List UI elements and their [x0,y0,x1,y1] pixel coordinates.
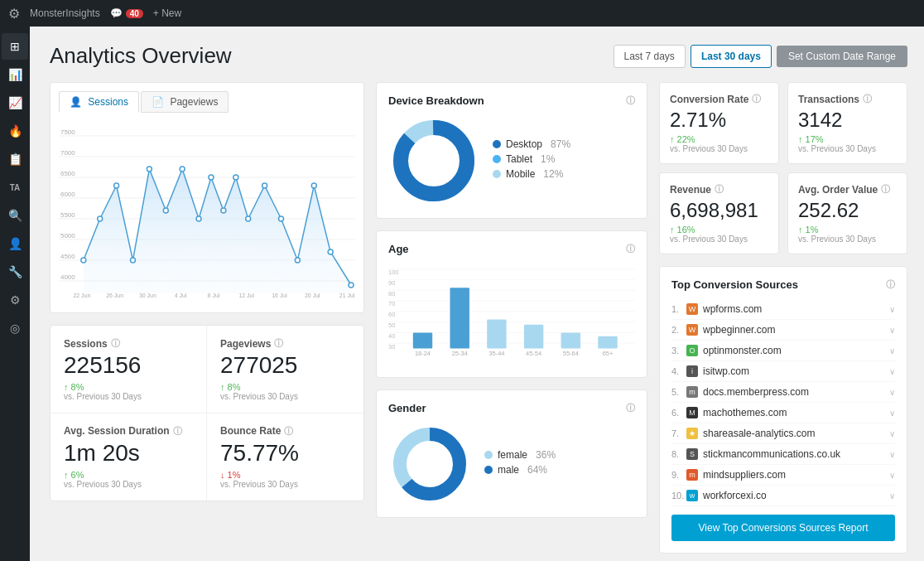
sidebar-icon-wrench[interactable]: 🔧 [2,259,28,285]
revenue-info-icon[interactable]: ⓘ [715,183,724,196]
sidebar-icon-circle[interactable]: ◎ [2,315,28,341]
site-name[interactable]: MonsterInsights [30,7,100,19]
sidebar-icon-search[interactable]: 🔍 [2,202,28,229]
svg-text:7500: 7500 [60,128,75,136]
source-item[interactable]: 2. W wpbeginner.com ∨ [671,320,895,341]
svg-rect-68 [598,336,617,349]
source-item[interactable]: 5. m docs.memberpress.com ∨ [671,382,895,403]
source-name: wpbeginner.com [703,324,889,336]
svg-text:16 Jul: 16 Jul [272,293,287,298]
source-item[interactable]: 7. ★ shareasale-analytics.com ∨ [671,423,895,444]
sidebar: ⊞ 📊 📈 🔥 📋 TA 🔍 👤 🔧 ⚙ ◎ [0,27,30,561]
svg-point-22 [180,167,185,172]
avg-order-value-value: 252.62 [798,199,897,222]
source-name: optinmonster.com [703,345,889,356]
tablet-legend-item: Tablet 1% [493,153,570,165]
svg-text:26 Jun: 26 Jun [106,293,123,298]
transactions-info-icon[interactable]: ⓘ [863,93,872,105]
revenue-card: Revenue ⓘ 6,698,981 ↑ 16% vs. Previous 3… [659,172,779,254]
svg-point-29 [279,216,284,221]
middle-column: Device Breakdown ⓘ [376,82,647,554]
sidebar-icon-user[interactable]: 👤 [2,230,28,257]
source-item[interactable]: 3. O optinmonster.com ∨ [671,341,895,361]
device-info-icon[interactable]: ⓘ [626,94,635,107]
sidebar-icon-insights[interactable]: 📊 [2,61,28,88]
source-name: docs.memberpress.com [703,386,889,398]
source-favicon: W [686,303,698,315]
svg-text:20 Jul: 20 Jul [305,293,320,298]
age-card: Age ⓘ 100 90 [376,230,647,378]
avg-session-info-icon[interactable]: ⓘ [173,425,182,438]
svg-text:18-24: 18-24 [415,350,431,357]
device-title: Device Breakdown [388,94,484,107]
sidebar-icon-popular[interactable]: 🔥 [2,118,28,144]
source-item[interactable]: 6. M machothemes.com ∨ [671,403,895,423]
avg-session-prev: vs. Previous 30 Days [64,480,193,489]
source-item[interactable]: 10. w workforcexi.co ∨ [671,486,895,506]
source-item[interactable]: 4. i isitwp.com ∨ [671,361,895,382]
pageviews-info-icon[interactable]: ⓘ [274,337,283,350]
source-chevron-icon: ∨ [889,326,895,335]
source-num: 8. [671,449,686,459]
custom-date-btn[interactable]: Set Custom Date Range [777,46,907,67]
sidebar-icon-dashboard[interactable]: ⊞ [2,33,28,60]
source-name: workforcexi.co [703,490,889,501]
svg-text:35-44: 35-44 [488,350,504,357]
source-favicon: O [686,345,698,356]
source-num: 4. [671,366,686,376]
desktop-legend-item: Desktop 87% [493,138,570,150]
avg-order-value-change: ↑ 1% [798,225,897,235]
sidebar-icon-forms[interactable]: 📋 [2,146,28,172]
sidebar-icon-ta[interactable]: TA [2,174,28,201]
date-range-controls: Last 7 days Last 30 days Set Custom Date… [614,45,908,68]
pageviews-change: ↑ 8% [220,382,350,392]
device-legend: Desktop 87% Tablet 1% Mobile [493,138,570,183]
svg-point-19 [131,258,136,263]
female-label: female [498,449,527,461]
source-favicon: W [686,324,698,336]
right-panel: Conversion Rate ⓘ 2.71% ↑ 22% vs. Previo… [659,82,907,554]
sidebar-icon-reports[interactable]: 📈 [2,89,28,116]
gender-info-icon[interactable]: ⓘ [626,402,635,414]
conversion-rate-info-icon[interactable]: ⓘ [752,93,761,105]
last-30-days-btn[interactable]: Last 30 days [691,45,772,68]
bounce-rate-info-icon[interactable]: ⓘ [284,425,293,438]
source-favicon: i [686,365,698,377]
age-title: Age [388,243,409,255]
source-item[interactable]: 9. m mindsuppliers.com ∨ [671,465,895,486]
comment-icon: 💬 [110,7,123,19]
male-label: male [498,464,519,476]
view-report-btn[interactable]: View Top Conversions Sources Report [671,515,895,541]
pageviews-tab[interactable]: 📄 Pageviews [141,91,229,113]
sessions-info-icon[interactable]: ⓘ [111,337,120,350]
avg-order-value-label: Avg. Order Value [798,184,878,196]
avg-order-value-info-icon[interactable]: ⓘ [881,183,890,196]
svg-text:30: 30 [388,343,395,351]
source-name: machothemes.com [703,407,889,418]
sources-list: 1. W wpforms.com ∨ 2. W wpbeginner.com ∨… [671,299,895,506]
source-num: 1. [671,304,686,314]
source-favicon: m [686,469,698,481]
notifications[interactable]: 💬 40 [110,7,143,19]
source-name: mindsuppliers.com [703,469,889,481]
sessions-chart-card: 👤 Sessions 📄 Pageviews [50,82,364,313]
age-info-icon[interactable]: ⓘ [626,243,635,255]
new-item[interactable]: + New [153,7,181,19]
female-legend-item: female 36% [484,449,556,461]
svg-text:5500: 5500 [60,211,75,219]
female-legend-dot [484,451,493,459]
source-item[interactable]: 8. S stickmancommunications.co.uk ∨ [671,444,895,465]
source-chevron-icon: ∨ [889,429,895,438]
source-item[interactable]: 1. W wpforms.com ∨ [671,299,895,320]
sources-info-icon[interactable]: ⓘ [886,278,895,291]
sidebar-icon-gear[interactable]: ⚙ [2,287,28,313]
gender-title: Gender [388,402,426,414]
svg-rect-65 [487,320,506,349]
svg-text:8 Jul: 8 Jul [208,293,220,298]
mobile-pct: 12% [543,168,563,180]
source-favicon: ★ [686,428,698,439]
source-favicon: w [686,490,698,501]
last-7-days-btn[interactable]: Last 7 days [614,45,686,68]
sessions-tab[interactable]: 👤 Sessions [59,91,139,113]
mobile-legend-dot [493,170,501,178]
